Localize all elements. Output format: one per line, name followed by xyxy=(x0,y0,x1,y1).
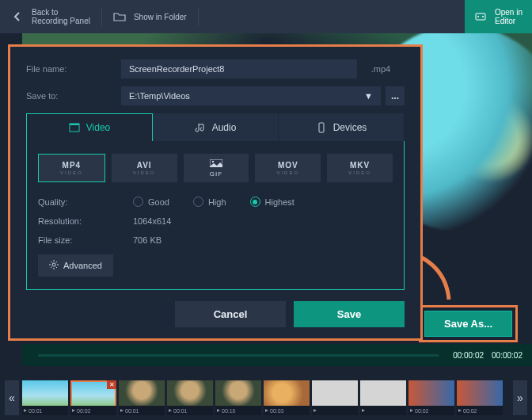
format-mov[interactable]: MOVVIDEO xyxy=(255,154,321,182)
thumbnail[interactable]: 00:02 xyxy=(457,380,503,415)
svg-point-9 xyxy=(212,160,214,162)
thumbnail-info: 00:02 xyxy=(70,406,116,415)
folder-icon xyxy=(113,10,126,23)
thumbnail-duration: 00:02 xyxy=(77,408,91,414)
quality-high[interactable]: High xyxy=(193,197,226,207)
thumbnail-duration: 00:02 xyxy=(463,408,477,414)
thumbnail[interactable] xyxy=(360,380,406,415)
quality-good[interactable]: Good xyxy=(133,197,169,207)
svg-rect-6 xyxy=(70,124,79,125)
thumbnail-image xyxy=(22,380,68,406)
svg-rect-7 xyxy=(319,123,324,132)
filename-label: File name: xyxy=(26,64,121,74)
strip-next-button[interactable]: » xyxy=(513,380,527,415)
arrow-left-icon xyxy=(11,10,24,23)
save-to-dropdown[interactable]: E:\Temp\Videos ▼ xyxy=(121,86,381,105)
thumbnail-info: 00:16 xyxy=(215,406,261,415)
thumbnail-image xyxy=(215,380,261,406)
thumbnail-image xyxy=(167,380,213,406)
thumbnail-image xyxy=(264,380,310,406)
play-icon xyxy=(72,409,75,412)
thumbs-container: 00:01 00:02 ✕ 00:01 00:01 00:16 00:03 00… xyxy=(22,380,510,415)
topbar: Back to Recording Panel Show in Folder O… xyxy=(0,0,532,33)
player-bar: 00:00:02 00:00:02 xyxy=(22,344,532,366)
video-panel: MP4VIDEO AVIVIDEO GIF MOVVIDEO MKVVIDEO … xyxy=(26,141,405,290)
play-icon xyxy=(410,409,413,412)
thumbnail-duration: 00:03 xyxy=(270,408,284,414)
video-icon xyxy=(69,122,80,133)
cancel-button[interactable]: Cancel xyxy=(175,301,286,327)
format-avi[interactable]: AVIVIDEO xyxy=(112,154,177,182)
play-icon xyxy=(458,409,462,412)
tab-audio-label: Audio xyxy=(212,122,237,133)
resolution-value: 1064x614 xyxy=(133,216,171,226)
format-gif[interactable]: GIF xyxy=(184,154,249,182)
editor-icon xyxy=(474,10,487,23)
thumbnail[interactable]: 00:03 xyxy=(264,380,310,415)
back-button[interactable]: Back to Recording Panel xyxy=(0,0,101,33)
filesize-value: 706 KB xyxy=(133,235,162,245)
svg-point-2 xyxy=(482,16,484,17)
thumbnail-strip: « 00:01 00:02 ✕ 00:01 00:01 00:16 00:03 … xyxy=(0,376,532,420)
thumbnail[interactable] xyxy=(312,380,358,415)
play-icon xyxy=(265,409,268,412)
tab-video-label: Video xyxy=(86,122,110,133)
save-to-value: E:\Temp\Videos xyxy=(129,91,190,101)
thumbnail-image xyxy=(457,380,503,406)
advanced-label: Advanced xyxy=(63,261,102,270)
format-mkv[interactable]: MKVVIDEO xyxy=(327,154,393,182)
open-in-editor-button[interactable]: Open in Editor xyxy=(465,0,532,33)
save-button[interactable]: Save xyxy=(294,301,405,327)
thumbnail-close-button[interactable]: ✕ xyxy=(107,380,116,389)
thumbnail[interactable]: 00:16 xyxy=(215,380,261,415)
thumbnail-image xyxy=(408,380,454,406)
play-icon xyxy=(24,409,27,412)
play-icon xyxy=(169,409,172,412)
devices-icon xyxy=(316,122,327,133)
thumbnail[interactable]: 00:01 xyxy=(167,380,213,415)
filename-input[interactable] xyxy=(121,59,357,78)
strip-prev-button[interactable]: « xyxy=(5,380,19,415)
play-icon xyxy=(362,409,365,412)
thumbnail-duration: 00:01 xyxy=(173,408,188,414)
advanced-button[interactable]: Advanced xyxy=(38,254,113,277)
thumbnail-duration: 00:16 xyxy=(222,408,236,414)
image-icon xyxy=(210,159,222,169)
quality-radio-group: Good High Highest xyxy=(133,197,294,207)
quality-label: Quality: xyxy=(38,197,133,207)
chevron-down-icon: ▼ xyxy=(364,91,373,101)
export-dialog-highlight: File name: .mp4 Save to: E:\Temp\Videos … xyxy=(8,44,423,341)
tab-audio[interactable]: Audio xyxy=(153,113,279,141)
resolution-label: Resolution: xyxy=(38,216,133,226)
thumbnail[interactable]: 00:01 xyxy=(22,380,68,415)
tab-devices-label: Devices xyxy=(333,122,367,133)
time-total: 00:00:02 xyxy=(492,351,522,360)
export-dialog: File name: .mp4 Save to: E:\Temp\Videos … xyxy=(10,47,420,338)
browse-button[interactable]: ... xyxy=(386,86,405,105)
thumbnail-duration: 00:01 xyxy=(28,408,43,414)
open-editor-label: Open in Editor xyxy=(495,8,522,25)
thumbnail-image xyxy=(312,380,358,406)
tab-video[interactable]: Video xyxy=(26,113,153,141)
seek-track[interactable] xyxy=(38,354,439,357)
thumbnail[interactable]: 00:02 xyxy=(408,380,454,415)
file-extension: .mp4 xyxy=(357,64,405,74)
quality-highest[interactable]: Highest xyxy=(250,197,294,207)
svg-point-1 xyxy=(477,16,479,17)
play-icon xyxy=(314,409,317,412)
audio-icon xyxy=(195,122,206,133)
thumbnail-info xyxy=(360,406,406,415)
show-in-folder-button[interactable]: Show in Folder xyxy=(102,0,198,33)
tab-devices[interactable]: Devices xyxy=(279,113,405,141)
format-list: MP4VIDEO AVIVIDEO GIF MOVVIDEO MKVVIDEO xyxy=(38,154,393,182)
save-as-button[interactable]: Save As... xyxy=(424,311,512,337)
thumbnail-info: 00:02 xyxy=(408,406,454,415)
thumbnail-duration: 00:01 xyxy=(125,408,139,414)
time-current: 00:00:02 xyxy=(453,351,484,360)
thumbnail-image xyxy=(119,380,165,406)
thumbnail[interactable]: 00:01 xyxy=(119,380,165,415)
thumbnail[interactable]: 00:02 ✕ xyxy=(70,380,116,415)
thumbnail-info xyxy=(312,406,358,415)
back-label: Back to Recording Panel xyxy=(32,8,90,25)
format-mp4[interactable]: MP4VIDEO xyxy=(38,154,105,182)
